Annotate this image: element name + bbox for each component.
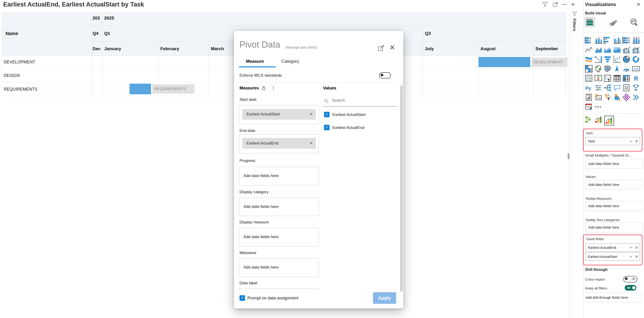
- small-multiples-dropzone[interactable]: Add data fields here: [585, 159, 643, 169]
- line-and-stacked-column-chart-icon[interactable]: [622, 46, 630, 54]
- focus-mode-icon[interactable]: [552, 2, 558, 8]
- gantt-org-visual-icon[interactable]: [585, 116, 593, 124]
- treemap-icon[interactable]: [585, 65, 593, 73]
- cross-report-toggle[interactable]: Off: [623, 276, 637, 282]
- combo-uplift-visual-selected-icon[interactable]: [604, 116, 614, 125]
- table-icon[interactable]: [613, 74, 621, 82]
- 100-stacked-column-chart-icon[interactable]: [632, 36, 640, 44]
- checkbox-earliest-actualend[interactable]: ✓: [324, 125, 330, 130]
- matrix-icon[interactable]: [622, 74, 630, 82]
- more-options-icon[interactable]: [594, 103, 602, 111]
- checkbox-earliest-actualstart[interactable]: ✓: [324, 112, 330, 117]
- combo-uplift-visual-icon[interactable]: [594, 116, 602, 124]
- power-automate-visual-icon[interactable]: [604, 93, 612, 101]
- dynamics-diamond-visual-icon[interactable]: [622, 93, 630, 101]
- canvas-scrollbar[interactable]: [568, 153, 569, 159]
- clustered-bar-chart-icon[interactable]: [604, 36, 612, 44]
- waterfall-chart-icon[interactable]: [594, 55, 602, 63]
- pie-chart-icon[interactable]: [622, 55, 630, 63]
- funnel-chart-icon[interactable]: [604, 55, 612, 63]
- scatter-chart-icon[interactable]: [613, 55, 621, 63]
- stacked-area-chart-icon[interactable]: [604, 46, 612, 54]
- slicer-icon[interactable]: [604, 74, 612, 82]
- chevrons-visual-icon[interactable]: [632, 93, 640, 101]
- chip-earliest-actualstart[interactable]: Earliest ActualStart ✕: [242, 109, 316, 120]
- chevron-down-icon[interactable]: [629, 245, 633, 250]
- gauge-icon[interactable]: [622, 65, 630, 73]
- tooltip-text-dropzone[interactable]: Add data fields here: [585, 222, 643, 232]
- card-icon[interactable]: 123: [632, 65, 640, 73]
- metrics-icon[interactable]: [632, 84, 640, 92]
- popout-icon[interactable]: [378, 45, 384, 51]
- values-dropzone[interactable]: Add data fields here: [585, 180, 643, 190]
- calendar-filter-visual-icon[interactable]: [585, 103, 593, 111]
- expand-filters-icon[interactable]: «: [571, 1, 574, 7]
- well-data-label[interactable]: [239, 288, 319, 292]
- key-influencers-icon[interactable]: [594, 84, 602, 92]
- arcgis-map-icon[interactable]: [613, 93, 621, 101]
- paginated-report-icon[interactable]: [585, 93, 593, 101]
- search-input[interactable]: [332, 98, 395, 103]
- smart-narrative-icon[interactable]: [622, 84, 630, 92]
- ribbon-chart-icon[interactable]: [585, 55, 593, 63]
- axis-field-pill[interactable]: Task: [585, 137, 640, 145]
- line-and-clustered-column-chart-icon[interactable]: [632, 46, 640, 54]
- drill-through-dropzone[interactable]: Add drill-through fields here: [583, 293, 642, 302]
- tooltip-measures-dropzone[interactable]: Add data fields here: [585, 201, 643, 211]
- dialog-scrollbar-thumb[interactable]: [400, 86, 403, 291]
- tab-build-visual[interactable]: [584, 17, 595, 28]
- multi-row-card-icon[interactable]: [585, 74, 593, 82]
- chevron-down-icon[interactable]: [629, 254, 633, 259]
- gantt-field-pill-actualend[interactable]: Earliest ActualEnd: [585, 243, 640, 251]
- python-visual-icon[interactable]: Py: [585, 84, 593, 92]
- azure-map-icon[interactable]: [613, 65, 621, 73]
- close-icon[interactable]: ✕: [390, 44, 395, 52]
- chevron-down-icon[interactable]: [629, 139, 633, 144]
- chip-remove-icon[interactable]: ✕: [310, 138, 312, 149]
- remove-field-icon[interactable]: [634, 139, 639, 144]
- lock-open-icon[interactable]: [261, 85, 266, 91]
- well-display-measure[interactable]: Add data fields here: [239, 228, 319, 246]
- line-chart-icon[interactable]: [585, 46, 593, 54]
- tab-category[interactable]: Category: [281, 59, 299, 64]
- well-start-date[interactable]: Earliest ActualStart ✕: [239, 105, 319, 124]
- gantt-bar-development[interactable]: [478, 57, 530, 67]
- well-display-category[interactable]: Add data fields here: [239, 198, 319, 216]
- clustered-column-chart-icon[interactable]: [613, 36, 621, 44]
- power-apps-visual-icon[interactable]: 123: [594, 93, 602, 101]
- apply-button[interactable]: Apply: [373, 292, 396, 304]
- stacked-column-chart-icon[interactable]: [594, 36, 602, 44]
- gantt-bar-requirements[interactable]: [130, 84, 151, 94]
- gantt-field-pill-actualstart[interactable]: Earliest ActualStart: [585, 252, 640, 261]
- kpi-icon[interactable]: [594, 74, 602, 82]
- well-progress[interactable]: Add data fields here: [239, 167, 319, 185]
- keep-all-filters-toggle[interactable]: On: [625, 285, 636, 290]
- qa-visual-icon[interactable]: [613, 84, 621, 92]
- remove-field-icon[interactable]: [634, 245, 639, 250]
- remove-field-icon[interactable]: [634, 254, 639, 259]
- prompt-checkbox[interactable]: ✓: [240, 295, 245, 301]
- quarter-header-q4: Q4: [92, 31, 102, 36]
- collapse-panel-icon[interactable]: »: [637, 1, 640, 7]
- stacked-bar-chart-icon[interactable]: [585, 36, 593, 44]
- decomposition-tree-icon[interactable]: [604, 84, 612, 92]
- 100-stacked-area-chart-icon[interactable]: [613, 46, 621, 54]
- chip-remove-icon[interactable]: ✕: [310, 109, 312, 120]
- well-milestone[interactable]: Add data fields here: [239, 258, 319, 277]
- chip-earliest-actualend[interactable]: Earliest ActualEnd ✕: [242, 138, 316, 149]
- area-chart-icon[interactable]: [594, 46, 602, 54]
- donut-chart-icon[interactable]: [632, 55, 640, 63]
- well-end-date[interactable]: Earliest ActualEnd ✕: [239, 134, 319, 153]
- map-icon[interactable]: [594, 65, 602, 73]
- filters-funnel-icon[interactable]: [572, 11, 578, 17]
- analytics-icon[interactable]: [630, 18, 638, 27]
- 100-stacked-bar-chart-icon[interactable]: [622, 36, 630, 44]
- filled-map-icon[interactable]: [604, 65, 612, 73]
- kebab-menu-icon[interactable]: [270, 85, 276, 91]
- enforce-ibcs-toggle[interactable]: [379, 72, 391, 79]
- more-options-icon[interactable]: [562, 2, 568, 8]
- r-script-visual-icon[interactable]: R: [632, 74, 640, 82]
- format-visual-icon[interactable]: [608, 18, 617, 27]
- filter-icon[interactable]: [542, 2, 548, 8]
- tab-measure[interactable]: Measure: [246, 59, 264, 64]
